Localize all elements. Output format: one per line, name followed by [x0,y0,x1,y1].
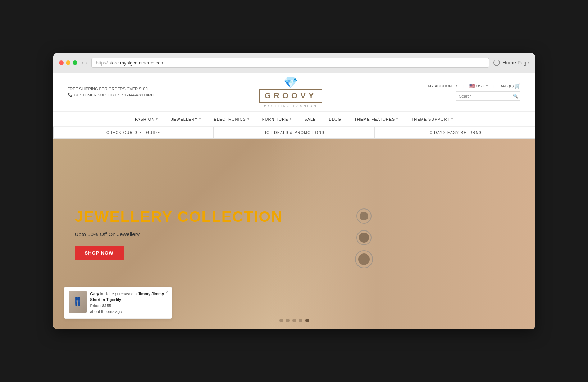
hero-title: JEWELLERY COLLECTION [75,208,283,225]
divider: | [463,84,464,88]
url-domain: store.mybigcommerce.com [108,60,164,66]
search-button[interactable]: 🔍 [510,92,520,100]
theme-support-caret: ▾ [451,117,453,121]
top-info: FREE SHIPPING FOR ORDERS OVER $100 📞 CUS… [68,87,154,97]
back-icon[interactable]: ‹ [82,60,83,66]
notification-product-image [69,291,87,313]
hero-section: JEWELLERY COLLECTION Upto 50% Off On Jew… [53,139,535,329]
account-caret: ▼ [455,84,458,87]
nav-item-furniture[interactable]: FURNITURE ▾ [256,112,298,126]
nav-item-sale[interactable]: SALE [298,112,322,126]
purchase-notification: Gary in Hobe purchased a Jimmy Jimmy Sho… [64,287,172,319]
jewellery-caret: ▾ [199,117,201,121]
maximize-button[interactable] [73,60,77,65]
support-text: 📞 CUSTOMER SUPPORT / +91-044-43800430 [68,93,154,97]
notification-text: Gary in Hobe purchased a Jimmy Jimmy Sho… [90,291,167,315]
store-content: FREE SHIPPING FOR ORDERS OVER $100 📞 CUS… [53,73,535,329]
browser-window: ‹ › http:// store.mybigcommerce.com Home… [53,53,535,329]
browser-nav[interactable]: ‹ › [82,60,87,66]
forward-icon[interactable]: › [85,60,87,66]
promo-bar: CHECK OUR GIFT GUIDE HOT DEALS & PROMOTI… [53,127,535,139]
bag-button[interactable]: BAG (0) 🛒 [500,83,521,89]
url-bar[interactable]: http:// store.mybigcommerce.com [91,58,489,68]
promo-item-returns[interactable]: 30 DAYS EASY RETURNS [374,127,535,139]
browser-actions: Home Page [493,59,529,66]
url-protocol: http:// [96,60,108,66]
window-controls [59,60,77,65]
hero-subtitle: Upto 50% Off On Jewellery. [75,231,283,237]
fashion-caret: ▾ [156,117,158,121]
notif-price-label: Price : [90,304,101,308]
diamond-icon: 💎 [259,77,323,88]
my-account-button[interactable]: MY ACCOUNT ▼ [428,84,458,88]
search-input[interactable] [456,92,510,100]
promo-item-gift[interactable]: CHECK OUR GIFT GUIDE [53,127,214,139]
notif-action: purchased a [115,292,138,296]
browser-chrome: ‹ › http:// store.mybigcommerce.com Home… [53,53,535,73]
hero-model-area [270,139,535,329]
bag-icon: 🛒 [515,83,520,89]
nav-item-jewellery[interactable]: JEWELLERY ▾ [164,112,207,126]
logo-area[interactable]: 💎 GROOVY EXCITING FASHION [259,77,323,108]
slider-dots [279,319,309,322]
notif-time: about 6 hours ago [90,309,122,314]
promo-item-deals[interactable]: HOT DEALS & PROMOTIONS [214,127,374,139]
earring-decoration [350,205,378,271]
top-right: MY ACCOUNT ▼ | 🇺🇸 USD ▼ | BAG (0) 🛒 [428,83,521,101]
nav-item-theme-support[interactable]: THEME SUPPORT ▾ [405,112,460,126]
brand-name: GROOVY [259,89,323,103]
home-page-label: Home Page [503,60,529,66]
slide-dot-3[interactable] [292,319,296,322]
svg-point-4 [359,233,369,243]
svg-point-7 [358,253,370,265]
theme-features-caret: ▾ [396,117,398,121]
reload-icon[interactable] [493,59,500,66]
header-actions: MY ACCOUNT ▼ | 🇺🇸 USD ▼ | BAG (0) 🛒 [428,83,521,89]
phone-icon: 📞 [68,93,73,97]
slide-dot-4[interactable] [299,319,302,322]
notif-location: in [100,292,105,296]
nav-item-blog[interactable]: BLOG [322,112,348,126]
shop-now-button[interactable]: SHOP NOW [75,246,124,260]
currency-selector[interactable]: 🇺🇸 USD ▼ [469,83,488,89]
divider2: | [493,84,494,88]
nav-item-fashion[interactable]: FASHION ▾ [128,112,164,126]
brand-tagline: EXCITING FASHION [259,104,323,108]
slide-dot-2[interactable] [286,319,290,322]
slide-dot-1[interactable] [279,319,283,322]
furniture-caret: ▾ [290,117,291,121]
slide-dot-5[interactable] [305,319,309,322]
close-button[interactable] [59,60,64,65]
top-bar: FREE SHIPPING FOR ORDERS OVER $100 📞 CUS… [53,73,535,112]
nav-item-electronics[interactable]: ELECTRONICS ▾ [208,112,256,126]
main-navigation: FASHION ▾ JEWELLERY ▾ ELECTRONICS ▾ FURN… [53,112,535,127]
notif-price: $155 [102,304,111,308]
svg-point-1 [360,212,368,220]
notification-close-button[interactable]: ✕ [165,289,169,294]
minimize-button[interactable] [66,60,70,65]
electronics-caret: ▾ [247,117,249,121]
shipping-text: FREE SHIPPING FOR ORDERS OVER $100 [68,87,154,91]
hero-content: JEWELLERY COLLECTION Upto 50% Off On Jew… [75,208,283,260]
nav-item-theme-features[interactable]: THEME FEATURES ▾ [348,112,405,126]
currency-caret: ▼ [486,84,488,87]
search-bar[interactable]: 🔍 [456,91,520,101]
flag-icon: 🇺🇸 [469,83,475,89]
notif-user: Gary [90,292,100,296]
